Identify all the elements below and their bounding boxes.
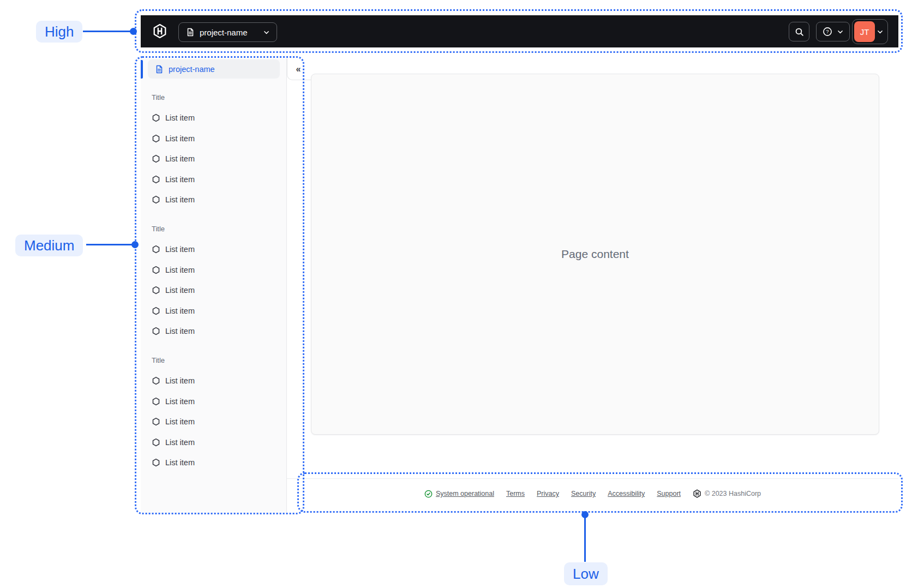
list-item-label: List item — [165, 376, 195, 385]
top-navbar: project-name ? — [141, 15, 898, 47]
list-item-label: List item — [165, 397, 195, 406]
footer-copyright: © 2023 HashiCorp — [693, 489, 761, 498]
medium-density-label: Medium — [15, 235, 83, 256]
hexagon-icon — [152, 376, 160, 385]
chevron-down-icon — [263, 29, 270, 36]
list-item-label: List item — [165, 154, 195, 163]
sidebar-section: Title List item List item List item List… — [141, 219, 286, 341]
high-density-label: High — [36, 21, 82, 43]
list-item-label: List item — [165, 417, 195, 426]
chevron-down-icon — [837, 28, 844, 35]
sidebar-list-item[interactable]: List item — [141, 412, 286, 433]
active-item-indicator — [141, 60, 143, 79]
sidebar-collapse-tab: « — [287, 58, 312, 80]
search-icon — [795, 27, 804, 37]
document-icon — [155, 65, 164, 74]
low-density-label: Low — [564, 562, 608, 585]
hexagon-icon — [152, 327, 160, 335]
sidebar-list-item[interactable]: List item — [141, 169, 286, 190]
system-status-link[interactable]: System operational — [424, 490, 494, 498]
footer-link-security[interactable]: Security — [571, 490, 596, 497]
sidebar-collapse-button[interactable]: « — [290, 61, 307, 77]
hexagon-icon — [152, 245, 160, 254]
hexagon-icon — [152, 417, 160, 426]
list-item-label: List item — [165, 175, 195, 184]
sidebar-section: Title List item List item List item List… — [141, 350, 286, 473]
sidebar-nav: Title List item List item List item List… — [141, 87, 286, 473]
high-connector-dot — [130, 28, 137, 35]
sidebar-list-item[interactable]: List item — [141, 149, 286, 170]
page-content-placeholder: Page content — [561, 248, 629, 261]
sidebar-list-item[interactable]: List item — [141, 239, 286, 260]
hexagon-icon — [152, 195, 160, 204]
project-switcher-label: project-name — [200, 28, 258, 37]
hashicorp-logo-icon — [693, 489, 701, 498]
list-item-label: List item — [165, 195, 195, 204]
hexagon-icon — [152, 286, 160, 295]
sidebar-list-item[interactable]: List item — [141, 301, 286, 321]
footer: System operational Terms Privacy Securit… — [287, 483, 898, 504]
user-avatar: JT — [854, 21, 875, 42]
hexagon-icon — [152, 134, 160, 143]
list-item-label: List item — [165, 245, 195, 254]
hexagon-icon — [152, 175, 160, 184]
section-title: Title — [141, 350, 286, 371]
medium-connector-dot — [131, 241, 139, 248]
sidebar-list-item[interactable]: List item — [141, 190, 286, 211]
list-item-label: List item — [165, 113, 195, 122]
hashicorp-logo-icon — [152, 23, 167, 39]
hexagon-icon — [152, 266, 160, 274]
hexagon-icon — [152, 397, 160, 406]
list-item-label: List item — [165, 458, 195, 467]
list-item-label: List item — [165, 327, 195, 335]
hexagon-icon — [152, 113, 160, 122]
document-icon — [186, 28, 195, 37]
hexagon-icon — [152, 438, 160, 447]
sidebar-project-item[interactable]: project-name — [148, 59, 280, 79]
hexagon-icon — [152, 458, 160, 467]
list-item-label: List item — [165, 266, 195, 274]
hexagon-icon — [152, 307, 160, 315]
project-switcher-button[interactable]: project-name — [178, 22, 277, 42]
status-label: System operational — [436, 490, 494, 497]
footer-link-support[interactable]: Support — [657, 490, 681, 497]
sidebar-project-label: project-name — [169, 65, 215, 74]
hexagon-icon — [152, 154, 160, 163]
section-title: Title — [141, 87, 286, 108]
sidebar-list-item[interactable]: List item — [141, 260, 286, 280]
sidebar-list-item[interactable]: List item — [141, 432, 286, 453]
sidebar-list-item[interactable]: List item — [141, 371, 286, 392]
footer-link-accessibility[interactable]: Accessibility — [608, 490, 645, 497]
user-menu-button[interactable]: JT — [852, 19, 888, 44]
sidebar-list-item[interactable]: List item — [141, 128, 286, 149]
copyright-text: © 2023 HashiCorp — [705, 490, 761, 497]
svg-text:?: ? — [826, 28, 829, 34]
sidebar: project-name Title List item List item L… — [141, 58, 287, 513]
low-connector-line — [584, 514, 586, 562]
footer-link-terms[interactable]: Terms — [506, 490, 525, 497]
chevron-down-icon — [877, 28, 884, 35]
low-connector-dot — [581, 511, 589, 518]
help-icon: ? — [823, 27, 832, 37]
screenshot-canvas: project-name ? — [0, 0, 912, 588]
sidebar-list-item[interactable]: List item — [141, 321, 286, 342]
search-button[interactable] — [789, 22, 809, 41]
sidebar-list-item[interactable]: List item — [141, 108, 286, 129]
sidebar-section: Title List item List item List item List… — [141, 87, 286, 210]
section-title: Title — [141, 219, 286, 239]
page-content-area: Page content — [311, 74, 879, 435]
list-item-label: List item — [165, 307, 195, 315]
status-check-icon — [424, 490, 433, 498]
medium-connector-line — [86, 244, 135, 245]
high-connector-line — [83, 31, 133, 32]
sidebar-list-item[interactable]: List item — [141, 391, 286, 412]
list-item-label: List item — [165, 438, 195, 447]
sidebar-list-item[interactable]: List item — [141, 280, 286, 301]
help-menu-button[interactable]: ? — [816, 22, 850, 41]
footer-link-privacy[interactable]: Privacy — [537, 490, 559, 497]
footer-divider — [287, 478, 898, 479]
sidebar-list-item[interactable]: List item — [141, 453, 286, 473]
list-item-label: List item — [165, 286, 195, 295]
list-item-label: List item — [165, 134, 195, 143]
